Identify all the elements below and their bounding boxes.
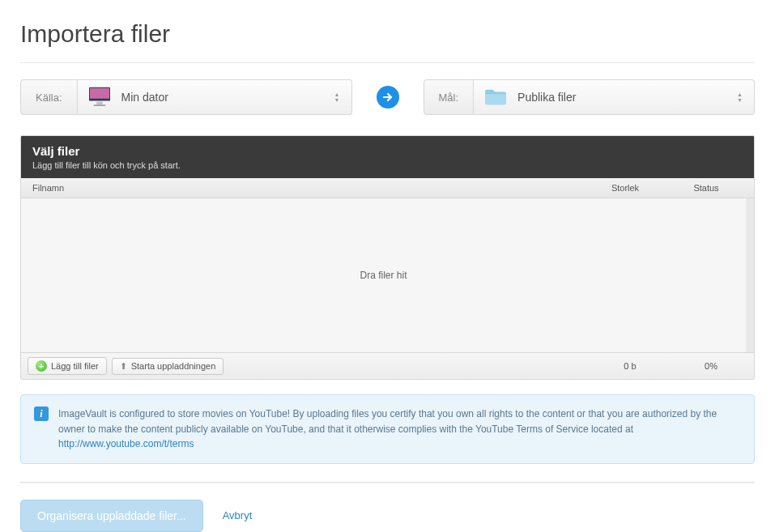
info-text: ImageVault is configured to store movies… (58, 408, 717, 435)
column-filename: Filnamn (32, 183, 581, 193)
arrow-right-icon (377, 86, 399, 109)
youtube-info-box: i ImageVault is configured to store movi… (20, 394, 755, 464)
start-upload-button[interactable]: ⬆ Starta uppladdningen (112, 358, 224, 375)
start-upload-label: Starta uppladdningen (131, 361, 216, 371)
source-target-row: Källa: Min dator ▲▼ Mål: (20, 79, 755, 115)
target-select[interactable]: Publika filer ▲▼ (474, 79, 755, 115)
target-selector: Mål: Publika filer ▲▼ (424, 79, 756, 115)
source-label: Källa: (20, 79, 78, 115)
svg-rect-3 (93, 104, 105, 106)
column-status: Status (670, 183, 743, 193)
organize-button[interactable]: Organisera uppladdade filer... (20, 500, 203, 532)
add-files-button[interactable]: + Lägg till filer (28, 357, 107, 375)
svg-rect-1 (89, 87, 109, 98)
target-label: Mål: (424, 79, 475, 115)
info-icon: i (34, 406, 49, 421)
source-select[interactable]: Min dator ▲▼ (78, 79, 352, 115)
plus-circle-icon: + (36, 360, 47, 372)
uploader-header: Välj filer Lägg till filer till kön och … (21, 136, 754, 178)
uploader-columns: Filnamn Storlek Status (21, 178, 754, 198)
source-selected-text: Min dator (121, 91, 168, 104)
monitor-icon (87, 86, 112, 109)
file-uploader: Välj filer Lägg till filer till kön och … (20, 135, 755, 380)
chevron-updown-icon: ▲▼ (334, 92, 340, 103)
uploader-title: Välj filer (32, 144, 743, 158)
total-size: 0 b (586, 361, 675, 371)
add-files-label: Lägg till filer (51, 361, 99, 371)
divider (20, 62, 755, 63)
target-selected-text: Publika filer (517, 91, 576, 104)
upload-percent: 0% (675, 361, 747, 371)
uploader-footer: + Lägg till filer ⬆ Starta uppladdningen… (21, 352, 754, 379)
column-size: Storlek (581, 183, 670, 193)
chevron-updown-icon: ▲▼ (737, 92, 743, 103)
folder-icon (483, 87, 508, 109)
page-title: Importera filer (20, 20, 755, 48)
bottom-actions: Organisera uppladdade filer... Avbryt (20, 483, 755, 532)
source-selector: Källa: Min dator ▲▼ (20, 79, 352, 115)
terms-link[interactable]: http://www.youtube.com/t/terms (58, 438, 194, 449)
drop-zone[interactable]: Dra filer hit (21, 198, 754, 352)
cancel-button[interactable]: Avbryt (223, 509, 253, 521)
info-text-wrapper: ImageVault is configured to store movies… (58, 406, 741, 452)
svg-rect-2 (96, 101, 102, 104)
uploader-subtitle: Lägg till filer till kön och tryck på st… (32, 160, 743, 170)
upload-arrow-icon: ⬆ (120, 361, 127, 372)
